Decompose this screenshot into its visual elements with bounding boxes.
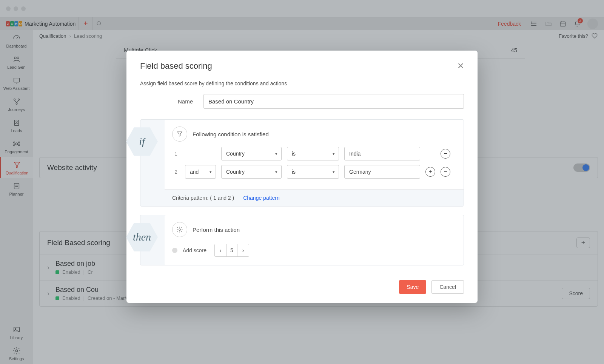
action-heading: Perform this action [193,227,240,233]
chevron-down-icon: ▾ [275,170,277,174]
add-condition-button[interactable]: + [425,167,435,177]
gear-icon [172,222,187,237]
field-select[interactable]: Country▾ [221,165,282,179]
condition-heading: Following condition is satisfied [193,131,269,137]
increment-button[interactable]: › [237,244,249,256]
condition-row-2: 2 and▾ Country▾ is▾ + − [172,165,456,179]
filter-icon [172,126,187,142]
logic-select[interactable]: and▾ [185,165,216,179]
name-input[interactable] [203,94,464,109]
score-value: 5 [226,244,237,256]
modal-title: Field based scoring [140,61,212,71]
operator-select[interactable]: is▾ [287,165,339,179]
remove-condition-button[interactable]: − [441,167,450,177]
modal-overlay: Field based scoring ✕ Assign field based… [0,0,604,364]
cancel-button[interactable]: Cancel [431,280,464,294]
radio-icon[interactable] [172,248,177,253]
decrement-button[interactable]: ‹ [215,244,226,256]
value-input[interactable] [344,147,420,160]
chevron-down-icon: ▾ [333,151,335,156]
close-button[interactable]: ✕ [457,61,464,71]
chevron-down-icon: ▾ [210,170,212,174]
then-label: then [133,231,151,243]
then-block: then Perform this action Add score ‹ 5 › [140,215,464,265]
chevron-down-icon: ▾ [275,151,277,156]
if-block: if Following condition is satisfied 1 Co… [140,119,464,207]
condition-number: 2 [172,169,180,175]
score-stepper: ‹ 5 › [214,244,249,257]
then-hexagon: then [126,221,158,253]
condition-number: 1 [172,151,180,157]
modal-subtitle: Assign field based score by defining the… [140,75,464,94]
action-label: Add score [183,247,209,253]
if-hexagon: if [126,126,158,157]
if-label: if [139,136,145,148]
field-select[interactable]: Country▾ [221,147,282,160]
change-pattern-link[interactable]: Change pattern [243,195,280,201]
name-label: Name [178,98,193,105]
field-scoring-modal: Field based scoring ✕ Assign field based… [126,51,478,303]
operator-select[interactable]: is▾ [287,147,339,160]
condition-row-1: 1 Country▾ is▾ − [172,147,456,160]
save-button[interactable]: Save [399,280,426,294]
value-input[interactable] [344,165,420,179]
criteria-pattern-label: Criteria pattern: ( 1 and 2 ) [172,195,234,201]
chevron-down-icon: ▾ [333,170,335,174]
remove-condition-button[interactable]: − [441,149,450,159]
svg-point-35 [179,229,181,231]
